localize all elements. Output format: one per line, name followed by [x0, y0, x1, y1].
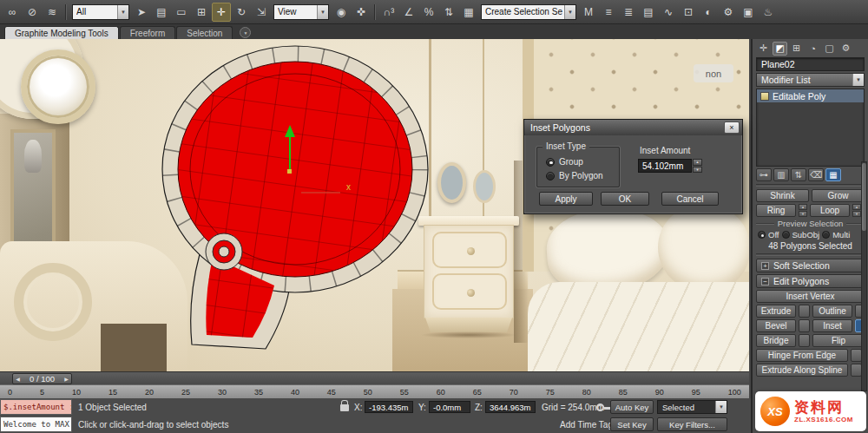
- insert-vertex-button[interactable]: Insert Vertex: [756, 290, 865, 303]
- z-coord-field[interactable]: 3644.963m: [485, 401, 536, 413]
- select-and-link-icon[interactable]: ∞: [3, 3, 22, 22]
- dropdown-arrow-icon[interactable]: ▼: [715, 401, 727, 413]
- close-icon[interactable]: ×: [724, 121, 740, 134]
- loop-button[interactable]: Loop: [810, 204, 850, 217]
- percent-snap-icon[interactable]: %: [419, 3, 438, 22]
- ribbon-toggle-icon[interactable]: ▤: [639, 3, 658, 22]
- utilities-tab-icon[interactable]: ⚙: [838, 42, 853, 56]
- modifier-list-dropdown[interactable]: Modifier List ▼: [756, 73, 865, 87]
- hierarchy-tab-icon[interactable]: ⊞: [789, 42, 804, 56]
- select-and-move-icon[interactable]: ✛: [212, 3, 231, 22]
- spinner-down-icon[interactable]: ▼: [799, 211, 807, 217]
- window-crossing-icon[interactable]: ⊞: [192, 3, 211, 22]
- preview-off-radio[interactable]: [758, 231, 766, 239]
- extrude-button[interactable]: Extrude: [756, 305, 796, 318]
- ok-button[interactable]: OK: [601, 192, 649, 206]
- ring-button[interactable]: Ring: [756, 204, 796, 217]
- spinner-snap-icon[interactable]: ⇅: [439, 3, 458, 22]
- align-icon[interactable]: ≡: [599, 3, 618, 22]
- prev-frame-icon[interactable]: ◀: [13, 376, 23, 382]
- ribbon-tab[interactable]: Selection: [176, 26, 233, 39]
- reference-coordinate-dropdown[interactable]: View ▼: [273, 4, 329, 20]
- next-frame-icon[interactable]: ▶: [62, 376, 71, 382]
- dropdown-arrow-icon[interactable]: ▼: [852, 74, 864, 86]
- flip-button[interactable]: Flip: [812, 334, 865, 347]
- select-by-name-icon[interactable]: ▤: [152, 3, 171, 22]
- use-center-icon[interactable]: ◉: [332, 3, 351, 22]
- mirror-icon[interactable]: M: [579, 3, 598, 22]
- render-setup-icon[interactable]: ⚙: [719, 3, 738, 22]
- preview-subobj-radio[interactable]: [782, 231, 790, 239]
- material-editor-icon[interactable]: ◐: [699, 3, 718, 22]
- collapse-icon[interactable]: −: [761, 278, 769, 285]
- key-filters-button[interactable]: Key Filters...: [657, 417, 727, 431]
- track-bar[interactable]: 0510152025303540455055606570758085909510…: [0, 384, 749, 398]
- inset-amount-field[interactable]: 54.102mm: [638, 159, 692, 173]
- set-key-button[interactable]: Set Key: [610, 417, 654, 431]
- ribbon-minimize-button[interactable]: ▼: [240, 27, 251, 38]
- extrude-along-spline-button[interactable]: Extrude Along Spline: [756, 364, 848, 377]
- select-and-manipulate-icon[interactable]: ✜: [352, 3, 371, 22]
- show-end-result-icon[interactable]: ▥: [773, 168, 789, 181]
- expand-icon[interactable]: +: [761, 262, 769, 270]
- maxscript-mini-listener[interactable]: $.insetAmount :: [0, 399, 72, 415]
- dropdown-arrow-icon[interactable]: ▼: [564, 5, 575, 19]
- x-coord-field[interactable]: -193.435m: [365, 401, 413, 413]
- render-production-icon[interactable]: ♨: [759, 3, 778, 22]
- edit-polygons-rollout[interactable]: − Edit Polygons: [756, 274, 865, 288]
- extrude-settings-icon[interactable]: [799, 305, 810, 318]
- pin-stack-icon[interactable]: ⊶: [756, 168, 772, 181]
- outline-button[interactable]: Outline: [812, 305, 852, 318]
- radio-group[interactable]: Group: [546, 157, 583, 167]
- radio-dot[interactable]: [546, 172, 555, 180]
- spinner-down-icon[interactable]: ▼: [852, 211, 861, 217]
- named-selection-set-dropdown[interactable]: Create Selection Se ▼: [481, 4, 576, 20]
- spinner-up-icon[interactable]: ▲: [799, 204, 807, 210]
- inset-button[interactable]: Inset: [812, 319, 852, 332]
- select-object-icon[interactable]: ➤: [132, 3, 151, 22]
- selection-filter-dropdown[interactable]: All ▼: [72, 4, 129, 20]
- radio-by-polygon[interactable]: By Polygon: [546, 171, 603, 180]
- create-tab-icon[interactable]: ✛: [756, 42, 771, 56]
- schematic-view-icon[interactable]: ⊡: [679, 3, 698, 22]
- object-name-field[interactable]: Plane02: [756, 57, 865, 71]
- apply-button[interactable]: Apply: [539, 192, 593, 206]
- soft-selection-rollout[interactable]: + Soft Selection: [756, 259, 865, 272]
- y-coord-field[interactable]: -0.0mm: [429, 401, 470, 413]
- angle-snap-icon[interactable]: ∠: [399, 3, 418, 22]
- unlink-selection-icon[interactable]: ⊘: [23, 3, 42, 22]
- snaps-toggle-icon[interactable]: ∩³: [379, 3, 398, 22]
- panel-scrollbar[interactable]: [861, 161, 867, 391]
- modify-tab-icon[interactable]: ◩: [773, 42, 787, 56]
- dialog-titlebar[interactable]: Inset Polygons ×: [524, 120, 742, 135]
- stack-item-editable-poly[interactable]: Editable Poly: [757, 89, 864, 102]
- transform-lock-icon[interactable]: [340, 404, 349, 411]
- edit-named-selection-sets-icon[interactable]: ▦: [459, 3, 478, 22]
- select-and-rotate-icon[interactable]: ↻: [232, 3, 251, 22]
- editable-poly-object[interactable]: [162, 46, 428, 349]
- key-selection-dropdown[interactable]: Selected ▼: [657, 400, 727, 414]
- dropdown-arrow-icon[interactable]: ▼: [317, 5, 328, 19]
- rendered-frame-window-icon[interactable]: ▣: [739, 3, 758, 22]
- remove-modifier-icon[interactable]: ⌫: [808, 168, 824, 181]
- ribbon-tab[interactable]: Graphite Modeling Tools: [4, 26, 119, 39]
- spinner-up-icon[interactable]: ▲: [693, 159, 702, 166]
- hinge-from-edge-button[interactable]: Hinge From Edge: [756, 349, 848, 362]
- spinner-down-icon[interactable]: ▼: [693, 167, 702, 174]
- radio-dot[interactable]: [546, 158, 555, 167]
- curve-editor-icon[interactable]: ∿: [659, 3, 678, 22]
- display-tab-icon[interactable]: ▢: [822, 42, 837, 56]
- cancel-button[interactable]: Cancel: [661, 192, 719, 206]
- rectangular-selection-region-icon[interactable]: ▭: [172, 3, 191, 22]
- time-slider-grip[interactable]: ◀ 0 / 100 ▶: [12, 373, 72, 384]
- bridge-button[interactable]: Bridge: [756, 334, 796, 347]
- ribbon-tab[interactable]: Freeform: [120, 26, 176, 39]
- make-unique-icon[interactable]: ⇅: [791, 168, 806, 181]
- select-and-scale-icon[interactable]: ⇲: [252, 3, 271, 22]
- spinner-up-icon[interactable]: ▲: [852, 204, 861, 210]
- bevel-settings-icon[interactable]: [799, 319, 810, 332]
- set-key-toggle-icon[interactable]: [596, 403, 604, 411]
- auto-key-button[interactable]: Auto Key: [610, 400, 654, 414]
- grow-button[interactable]: Grow: [812, 189, 865, 202]
- layer-manager-icon[interactable]: ≣: [619, 3, 638, 22]
